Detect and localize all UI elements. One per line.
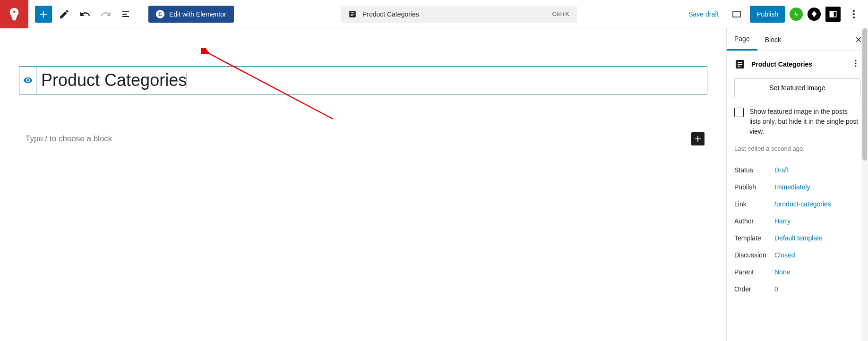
discussion-value[interactable]: Closed <box>774 251 795 259</box>
svg-point-5 <box>855 63 857 64</box>
svg-point-6 <box>855 65 857 67</box>
svg-point-4 <box>855 60 857 61</box>
edit-with-elementor-button[interactable]: E Edit with Elementor <box>148 6 234 23</box>
command-shortcut: Ctrl+K <box>552 10 569 17</box>
elementor-label: Edit with Elementor <box>169 10 226 18</box>
link-label: Link <box>734 200 774 208</box>
document-title-pill[interactable]: Product Categories Ctrl+K <box>341 6 577 23</box>
settings-sidebar: Page Block Product Categories Set featur… <box>726 28 868 341</box>
add-block-button[interactable] <box>35 6 52 23</box>
sidebar-page-title: Product Categories <box>751 60 845 68</box>
page-icon <box>734 59 746 70</box>
status-label: Status <box>734 166 774 174</box>
site-logo[interactable] <box>0 0 28 28</box>
editor-canvas[interactable]: Product Categories Type / to choose a bl… <box>0 28 726 341</box>
document-overview-icon[interactable] <box>118 6 135 23</box>
tab-page[interactable]: Page <box>727 28 757 51</box>
title-input[interactable]: Product Categories <box>36 67 707 94</box>
publish-button[interactable]: Publish <box>750 6 785 23</box>
save-draft-button[interactable]: Save draft <box>684 8 723 21</box>
scrollbar-thumb[interactable] <box>862 28 867 161</box>
parent-label: Parent <box>734 268 774 276</box>
undo-icon[interactable] <box>77 6 94 23</box>
settings-panel-toggle[interactable] <box>825 7 841 22</box>
yoast-icon[interactable] <box>808 8 821 21</box>
template-label: Template <box>734 234 774 242</box>
hide-featured-checkbox[interactable] <box>734 108 744 117</box>
preview-icon[interactable] <box>728 6 745 23</box>
block-placeholder[interactable]: Type / to choose a block <box>22 134 112 144</box>
title-text: Product Categories <box>41 70 187 90</box>
template-value[interactable]: Default template <box>774 234 823 242</box>
last-edited-text: Last edited a second ago. <box>734 145 860 152</box>
jetpack-icon[interactable] <box>790 8 803 21</box>
document-title: Product Categories <box>362 10 419 18</box>
svg-point-2 <box>853 17 855 18</box>
author-label: Author <box>734 217 774 225</box>
redo-icon <box>97 6 114 23</box>
elementor-icon: E <box>156 10 164 18</box>
edit-icon[interactable] <box>56 6 73 23</box>
options-menu-icon[interactable] <box>845 6 862 23</box>
svg-point-0 <box>853 10 855 12</box>
author-value[interactable]: Harry <box>774 217 791 225</box>
discussion-label: Discussion <box>734 251 774 259</box>
publish-schedule-label: Publish <box>734 183 774 191</box>
page-actions-menu-icon[interactable] <box>851 59 860 70</box>
order-value[interactable]: 0 <box>774 285 778 293</box>
svg-point-1 <box>853 13 855 15</box>
hide-featured-label: Show featured image in the posts lists o… <box>749 107 860 136</box>
status-value[interactable]: Draft <box>774 166 789 174</box>
set-featured-image-button[interactable]: Set featured image <box>734 78 860 97</box>
inline-add-block-button[interactable] <box>691 132 705 145</box>
tab-block[interactable]: Block <box>757 28 789 51</box>
page-icon <box>348 10 357 18</box>
visibility-icon[interactable] <box>19 67 36 94</box>
parent-value[interactable]: None <box>774 268 790 276</box>
publish-schedule-value[interactable]: Immediately <box>774 183 810 191</box>
order-label: Order <box>734 285 774 293</box>
link-value[interactable]: /product-categories <box>774 200 831 208</box>
title-block[interactable]: Product Categories <box>19 66 707 94</box>
